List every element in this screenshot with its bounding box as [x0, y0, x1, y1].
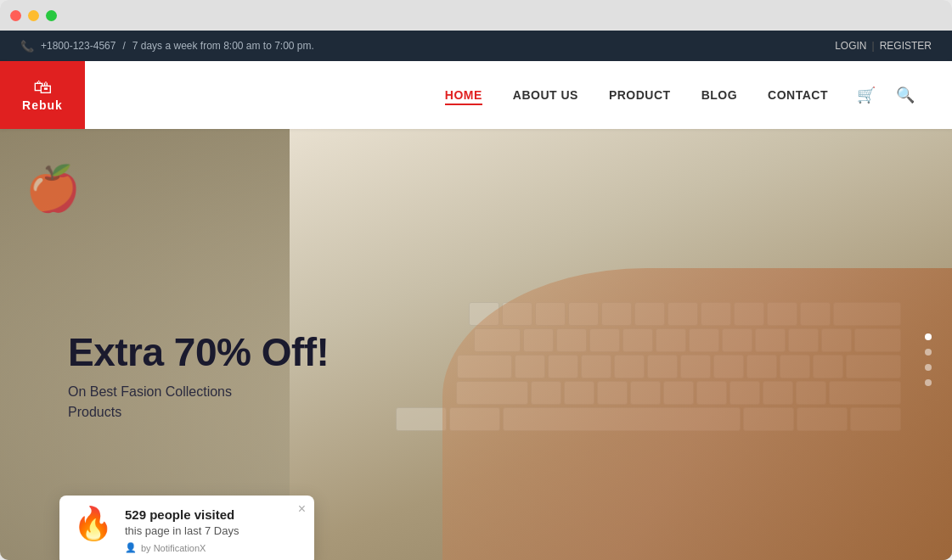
search-icon: 🔍: [896, 86, 915, 104]
top-bar-auth-divider: |: [872, 40, 875, 52]
notification-fire-icon: 🔥: [73, 507, 113, 540]
slider-dot-3[interactable]: [925, 364, 932, 371]
notification-user-icon: 👤: [125, 542, 137, 553]
notification-by: by NotificationX: [141, 543, 206, 553]
notification-close-button[interactable]: ×: [298, 502, 306, 516]
logo-text: Rebuk: [22, 98, 63, 112]
hero-title: Extra 70% Off!: [68, 331, 329, 374]
nav-item-contact[interactable]: CONTACT: [768, 87, 828, 103]
hand-overlay: [442, 268, 952, 560]
nav-link-blog[interactable]: BLOG: [701, 88, 737, 102]
notification-attribution: 👤 by NotificationX: [125, 542, 239, 553]
login-link[interactable]: LOGIN: [835, 40, 866, 52]
nav-item-product[interactable]: PRODUCT: [609, 87, 671, 103]
nav-link-about[interactable]: ABOUT US: [513, 88, 578, 102]
notification-subtitle: this page in last 7 Days: [125, 524, 239, 537]
notification-popup: 🔥 529 people visited this page in last 7…: [59, 496, 314, 560]
top-bar: +1800-123-4567 / 7 days a week from 8:00…: [0, 31, 952, 61]
visitor-count: 529: [125, 507, 146, 522]
slider-dot-4[interactable]: [925, 379, 932, 386]
business-hours: 7 days a week from 8:00 am to 7:00 pm.: [132, 40, 314, 52]
nav-link-home[interactable]: HOME: [445, 88, 482, 105]
nav-link-contact[interactable]: CONTACT: [768, 88, 828, 102]
hero-subtitle-line1: On Best Fasion Collections: [68, 382, 329, 402]
notification-title-suffix: people visited: [149, 507, 234, 522]
nav-item-blog[interactable]: BLOG: [701, 87, 737, 103]
slider-dot-1[interactable]: [925, 333, 932, 340]
register-link[interactable]: REGISTER: [880, 40, 932, 52]
cart-button[interactable]: 🛒: [853, 82, 879, 108]
cart-icon: 🛒: [857, 86, 876, 104]
top-bar-right: LOGIN | REGISTER: [835, 40, 932, 52]
notification-content: 529 people visited this page in last 7 D…: [125, 507, 239, 553]
phone-number: +1800-123-4567: [41, 40, 115, 52]
main-nav: HOME ABOUT US PRODUCT BLOG CONTACT: [445, 87, 828, 103]
top-bar-separator: /: [122, 40, 125, 52]
hero-content: Extra 70% Off! On Best Fasion Collection…: [0, 297, 329, 423]
hero-section: 🍎 Extra 70% Off! On Best Fasion Collecti…: [0, 129, 952, 560]
slider-dot-2[interactable]: [925, 349, 932, 356]
header: 🛍 Rebuk HOME ABOUT US PRODUCT BLOG CONTA…: [0, 61, 952, 129]
maximize-btn[interactable]: [46, 10, 57, 21]
close-btn[interactable]: [10, 10, 21, 21]
top-bar-left: +1800-123-4567 / 7 days a week from 8:00…: [20, 40, 314, 53]
browser-chrome: [0, 0, 952, 31]
nav-item-about[interactable]: ABOUT US: [513, 87, 578, 103]
apple-logo: 🍎: [25, 163, 81, 215]
logo[interactable]: 🛍 Rebuk: [0, 61, 85, 129]
phone-icon: [20, 40, 34, 53]
hero-subtitle-line2: Products: [68, 402, 329, 423]
minimize-btn[interactable]: [28, 10, 39, 21]
slider-dots: [925, 333, 932, 386]
search-button[interactable]: 🔍: [893, 82, 918, 108]
nav-link-product[interactable]: PRODUCT: [609, 88, 671, 102]
site-wrapper: +1800-123-4567 / 7 days a week from 8:00…: [0, 31, 952, 560]
nav-item-home[interactable]: HOME: [445, 87, 482, 103]
logo-bag-icon: 🛍: [33, 78, 52, 97]
notification-title: 529 people visited: [125, 507, 239, 522]
nav-icons: 🛒 🔍: [853, 82, 918, 108]
